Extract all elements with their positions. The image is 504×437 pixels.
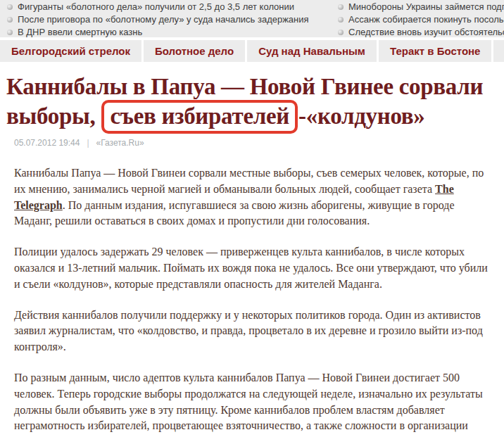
list-item: Фигуранты «болотного дела» получили от 2…	[7, 1, 309, 13]
headlines-column-right: Минобороны Украины займется подгото Асса…	[338, 1, 504, 37]
bullet-icon	[338, 30, 344, 35]
nav-item-bolotnoe[interactable]: Болотное дело	[144, 40, 245, 62]
paragraph: Каннибалы Папуа — Новой Гвинеи сорвали м…	[14, 165, 490, 229]
headline-highlight-box: съев избирателей	[101, 100, 298, 134]
article-body: Каннибалы Папуа — Новой Гвинеи сорвали м…	[14, 165, 490, 437]
nav-item-navalny[interactable]: Суд над Навальным	[247, 40, 377, 62]
headline-link[interactable]: Минобороны Украины займется подгото	[348, 1, 504, 12]
nav-item-belgorod[interactable]: Белгородский стрелок	[0, 40, 141, 62]
topic-nav: Белгородский стрелок Болотное дело Суд н…	[0, 40, 504, 62]
nav-item-football[interactable]: Футбол	[493, 40, 504, 62]
paragraph: По разным данным, число адептов культа к…	[14, 370, 490, 437]
list-item: Ассанж собирается покинуть посольств	[338, 13, 504, 25]
headline-link[interactable]: Ассанж собирается покинуть посольств	[348, 14, 504, 25]
article-content: Каннибалы в Папуа — Новой Гвинее сорвали…	[0, 72, 504, 437]
headlines-column-left: Фигуранты «болотного дела» получили от 2…	[7, 1, 309, 37]
bullet-icon	[7, 30, 13, 35]
paragraph: Действия каннибалов получили поддержку и…	[14, 308, 490, 355]
paragraph-text: По разным данным, число адептов культа к…	[14, 372, 483, 437]
gazeta-article-page: { "strip": { "left": [ "Фигуранты «болот…	[0, 0, 504, 437]
gazeta-logo-icon: g	[139, 434, 148, 437]
bullet-icon	[338, 4, 344, 10]
article-meta: 05.07.2012 19:44 | «Газета.Ru»	[14, 138, 490, 148]
headline-link[interactable]: В ДНР ввели смертную казнь	[18, 27, 142, 37]
headline-link[interactable]: Фигуранты «болотного дела» получили от 2…	[18, 1, 294, 12]
list-item: После приговора по «болотному делу» у су…	[7, 13, 309, 25]
bullet-icon	[7, 4, 13, 10]
paragraph-text: Каннибалы Папуа — Новой Гвинеи сорвали м…	[14, 167, 484, 195]
list-item: В ДНР ввели смертную казнь	[7, 26, 309, 37]
list-item: Следствие вновь изучит обстоятельства	[338, 26, 504, 37]
meta-separator: |	[87, 138, 89, 148]
headline-link[interactable]: После приговора по «болотному делу» у су…	[18, 14, 309, 25]
nav-item-boston[interactable]: Теракт в Бостоне	[379, 40, 491, 62]
list-item: Минобороны Украины займется подгото	[338, 1, 504, 13]
page-title: Каннибалы в Папуа — Новой Гвинее сорвали…	[6, 72, 490, 131]
top-headlines-strip: Фигуранты «болотного дела» получили от 2…	[0, 0, 504, 37]
headline-text-after: -«колдунов»	[298, 103, 425, 129]
bullet-icon	[7, 17, 13, 23]
source-label: «Газета.Ru»	[96, 138, 144, 148]
headline-link[interactable]: Следствие вновь изучит обстоятельства	[348, 27, 504, 37]
publish-datetime: 05.07.2012 19:44	[14, 138, 80, 148]
paragraph: Полиции удалось задержать 29 человек — п…	[14, 244, 490, 292]
paragraph-text: . По данным издания, испугавшиеся за сво…	[14, 199, 455, 227]
bullet-icon	[338, 17, 344, 23]
